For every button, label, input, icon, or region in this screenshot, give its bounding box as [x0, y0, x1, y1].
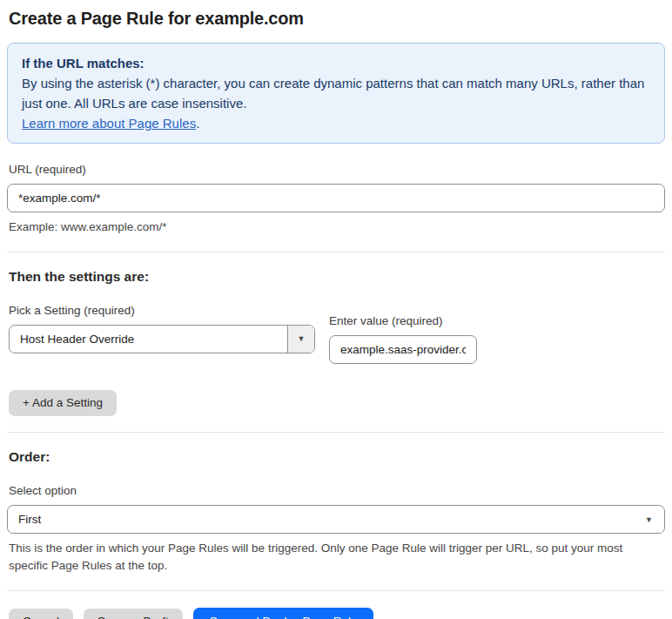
- info-box-body: By using the asterisk (*) character, you…: [22, 73, 650, 113]
- pick-setting-dropdown[interactable]: Host Header Override ▼: [9, 325, 315, 353]
- order-select-label: Select option: [9, 484, 663, 498]
- save-and-deploy-button[interactable]: Save and Deploy Page Rule: [193, 608, 374, 619]
- url-match-info-box: If the URL matches: By using the asteris…: [7, 43, 665, 144]
- link-period: .: [196, 116, 199, 131]
- pick-setting-column: Pick a Setting (required) Host Header Ov…: [9, 304, 315, 353]
- create-page-rule-panel: Create a Page Rule for example.com If th…: [0, 0, 672, 619]
- setting-value-input[interactable]: [329, 335, 477, 364]
- divider: [7, 590, 665, 591]
- cancel-button[interactable]: Cancel: [9, 609, 73, 619]
- info-box-link-line: Learn more about Page Rules.: [22, 113, 650, 133]
- order-selected-value: First: [18, 513, 41, 526]
- divider: [7, 252, 665, 252]
- url-field-label: URL (required): [9, 163, 663, 177]
- order-select[interactable]: First ▼: [7, 505, 665, 534]
- page-title: Create a Page Rule for example.com: [9, 6, 663, 30]
- enter-value-column: Enter value (required): [329, 314, 477, 364]
- settings-row: Pick a Setting (required) Host Header Ov…: [9, 304, 663, 364]
- url-input[interactable]: [7, 184, 665, 212]
- url-example-text: Example: www.example.com/*: [9, 219, 663, 236]
- enter-value-label: Enter value (required): [329, 314, 477, 328]
- pick-setting-selected-value: Host Header Override: [10, 326, 287, 353]
- caret-down-icon: ▼: [645, 516, 653, 524]
- order-section-heading: Order:: [9, 448, 663, 465]
- add-setting-button[interactable]: + Add a Setting: [9, 390, 117, 416]
- learn-more-link[interactable]: Learn more about Page Rules: [22, 116, 196, 131]
- order-help-text: This is the order in which your Page Rul…: [9, 540, 663, 575]
- pick-setting-dropdown-button[interactable]: ▼: [287, 326, 314, 353]
- info-box-body-text: By using the asterisk (*) character, you…: [22, 76, 644, 111]
- footer-actions: Cancel Save as Draft Save and Deploy Pag…: [9, 608, 663, 619]
- divider: [7, 432, 665, 433]
- save-as-draft-button[interactable]: Save as Draft: [84, 609, 183, 619]
- caret-down-icon: ▼: [298, 335, 306, 343]
- settings-section-heading: Then the settings are:: [9, 268, 663, 285]
- info-box-heading: If the URL matches:: [22, 53, 650, 73]
- pick-setting-label: Pick a Setting (required): [9, 304, 315, 318]
